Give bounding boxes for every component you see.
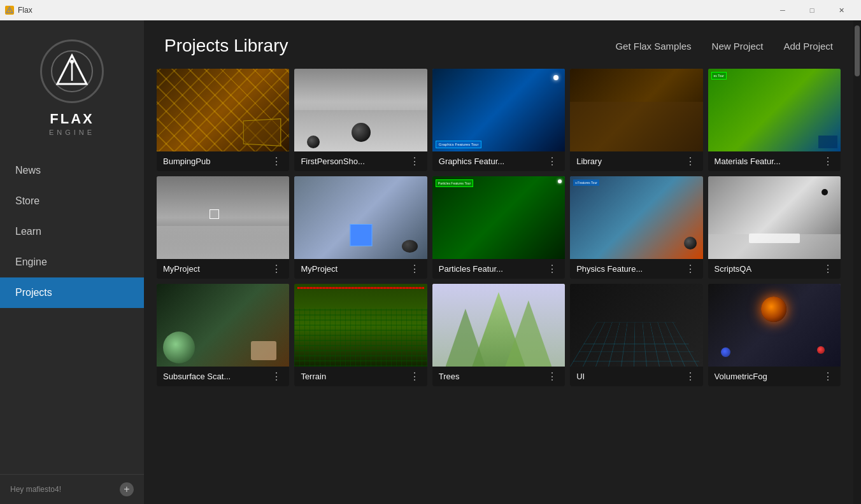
project-menu-button-first-person[interactable]: ⋮ xyxy=(408,155,421,167)
project-thumb-subsurface xyxy=(157,284,289,367)
sidebar-item-learn[interactable]: Learn xyxy=(0,216,144,247)
project-thumb-trees xyxy=(432,284,565,367)
project-menu-button-scripts-qa[interactable]: ⋮ xyxy=(822,263,834,275)
project-name-library: Library xyxy=(576,157,683,166)
projects-grid: BumpingPub⋮ FirstPersonSho...⋮ Graphics … xyxy=(144,69,853,504)
sidebar-item-news[interactable]: News xyxy=(0,155,144,186)
project-footer-scripts-qa: ScriptsQA⋮ xyxy=(708,259,841,279)
project-name-volumetric-fog: VolumetricFog xyxy=(715,372,822,381)
project-menu-button-physics-feat[interactable]: ⋮ xyxy=(684,263,697,275)
titlebar-controls: ─ □ ✕ xyxy=(768,0,856,20)
project-name-subsurface: Subsurface Scat... xyxy=(163,372,270,381)
project-thumb-library xyxy=(570,69,702,151)
project-card-my-project-2[interactable]: MyProject⋮ xyxy=(294,176,427,279)
titlebar-left: Flax xyxy=(5,6,32,15)
project-footer-graphics-feat: Graphics Featur...⋮ xyxy=(432,151,565,171)
project-card-subsurface[interactable]: Subsurface Scat...⋮ xyxy=(157,284,289,386)
project-name-terrain: Terrain xyxy=(301,372,408,381)
project-card-terrain[interactable]: Terrain⋮ xyxy=(294,284,427,386)
project-footer-bumping-pub: BumpingPub⋮ xyxy=(157,151,289,171)
project-menu-button-volumetric-fog[interactable]: ⋮ xyxy=(822,370,834,382)
close-button[interactable]: ✕ xyxy=(827,0,856,20)
project-card-bumping-pub[interactable]: BumpingPub⋮ xyxy=(157,69,289,171)
project-card-physics-feat[interactable]: s Features Tour Physics Feature...⋮ xyxy=(570,176,702,279)
project-card-graphics-feat[interactable]: Graphics Features Tour Graphics Featur..… xyxy=(432,69,565,171)
project-name-my-project-1: MyProject xyxy=(163,264,270,274)
logo-circle xyxy=(40,39,104,103)
app-title: Flax xyxy=(18,6,32,15)
project-menu-button-graphics-feat[interactable]: ⋮ xyxy=(546,155,559,167)
project-menu-button-trees[interactable]: ⋮ xyxy=(546,370,559,382)
project-name-trees: Trees xyxy=(439,372,546,381)
project-thumb-bumping-pub xyxy=(157,69,289,151)
project-footer-terrain: Terrain⋮ xyxy=(294,367,427,386)
project-footer-subsurface: Subsurface Scat...⋮ xyxy=(157,367,289,386)
nav-items: NewsStoreLearnEngineProjects xyxy=(0,155,144,474)
scrollbar-thumb[interactable] xyxy=(855,25,860,76)
project-name-first-person: FirstPersonSho... xyxy=(301,157,408,166)
project-menu-button-subsurface[interactable]: ⋮ xyxy=(270,370,283,382)
project-thumb-scripts-qa xyxy=(708,176,841,259)
project-name-particles-feat: Particles Featur... xyxy=(439,264,546,274)
svg-point-5 xyxy=(70,60,74,64)
maximize-button[interactable]: □ xyxy=(797,0,827,20)
new-project-button[interactable]: New Project xyxy=(712,41,764,52)
project-menu-button-my-project-2[interactable]: ⋮ xyxy=(408,263,421,275)
project-card-first-person[interactable]: FirstPersonSho...⋮ xyxy=(294,69,427,171)
project-footer-my-project-2: MyProject⋮ xyxy=(294,259,427,279)
logo-text: FLAX xyxy=(50,111,94,127)
project-menu-button-terrain[interactable]: ⋮ xyxy=(408,370,421,382)
project-thumb-materials-feat: es Tour xyxy=(708,69,841,151)
page-title: Projects Library xyxy=(164,36,288,56)
project-thumb-my-project-1 xyxy=(157,176,289,259)
project-name-bumping-pub: BumpingPub xyxy=(163,157,270,166)
titlebar: Flax ─ □ ✕ xyxy=(0,0,861,20)
project-card-ui[interactable]: UI⋮ xyxy=(570,284,702,386)
project-thumb-graphics-feat: Graphics Features Tour xyxy=(432,69,565,151)
project-footer-ui: UI⋮ xyxy=(570,367,702,386)
project-name-my-project-2: MyProject xyxy=(301,264,408,274)
project-footer-volumetric-fog: VolumetricFog⋮ xyxy=(708,367,841,386)
project-footer-particles-feat: Particles Featur...⋮ xyxy=(432,259,565,279)
app-container: FLAX ENGINE NewsStoreLearnEngineProjects… xyxy=(0,20,861,504)
sidebar-item-engine[interactable]: Engine xyxy=(0,247,144,277)
main-content: Projects Library Get Flax SamplesNew Pro… xyxy=(144,20,853,504)
sidebar-user: Hey mafiesto4! xyxy=(10,485,61,494)
project-footer-physics-feat: Physics Feature...⋮ xyxy=(570,259,702,279)
project-thumb-my-project-2 xyxy=(294,176,427,259)
project-thumb-volumetric-fog xyxy=(708,284,841,367)
project-menu-button-ui[interactable]: ⋮ xyxy=(684,370,697,382)
project-menu-button-particles-feat[interactable]: ⋮ xyxy=(546,263,559,275)
project-footer-my-project-1: MyProject⋮ xyxy=(157,259,289,279)
project-card-volumetric-fog[interactable]: VolumetricFog⋮ xyxy=(708,284,841,386)
project-thumb-particles-feat: Particles Features Tour xyxy=(432,176,565,259)
get-samples-button[interactable]: Get Flax Samples xyxy=(615,41,691,52)
project-footer-library: Library⋮ xyxy=(570,151,702,171)
logo-area: FLAX ENGINE xyxy=(0,20,144,155)
project-thumb-first-person xyxy=(294,69,427,151)
app-icon xyxy=(5,6,14,15)
right-scrollbar[interactable] xyxy=(853,20,861,504)
project-card-trees[interactable]: Trees⋮ xyxy=(432,284,565,386)
project-card-particles-feat[interactable]: Particles Features Tour Particles Featur… xyxy=(432,176,565,279)
sidebar-item-projects[interactable]: Projects xyxy=(0,277,144,308)
project-thumb-physics-feat: s Features Tour xyxy=(570,176,702,259)
project-card-materials-feat[interactable]: es Tour Materials Featur...⋮ xyxy=(708,69,841,171)
project-card-my-project-1[interactable]: MyProject⋮ xyxy=(157,176,289,279)
minimize-button[interactable]: ─ xyxy=(768,0,797,20)
project-menu-button-my-project-1[interactable]: ⋮ xyxy=(270,263,283,275)
header-actions: Get Flax SamplesNew ProjectAdd Project xyxy=(615,41,833,52)
sidebar-footer: Hey mafiesto4! + xyxy=(0,474,144,504)
project-menu-button-library[interactable]: ⋮ xyxy=(684,155,697,167)
project-menu-button-bumping-pub[interactable]: ⋮ xyxy=(270,155,283,167)
content-header: Projects Library Get Flax SamplesNew Pro… xyxy=(144,20,853,69)
add-button[interactable]: + xyxy=(120,482,134,496)
project-menu-button-materials-feat[interactable]: ⋮ xyxy=(822,155,834,167)
project-thumb-ui xyxy=(570,284,702,367)
project-card-library[interactable]: Library⋮ xyxy=(570,69,702,171)
project-name-scripts-qa: ScriptsQA xyxy=(715,264,822,274)
logo-svg xyxy=(50,49,94,94)
project-card-scripts-qa[interactable]: ScriptsQA⋮ xyxy=(708,176,841,279)
sidebar-item-store[interactable]: Store xyxy=(0,186,144,216)
add-project-button[interactable]: Add Project xyxy=(783,41,833,52)
